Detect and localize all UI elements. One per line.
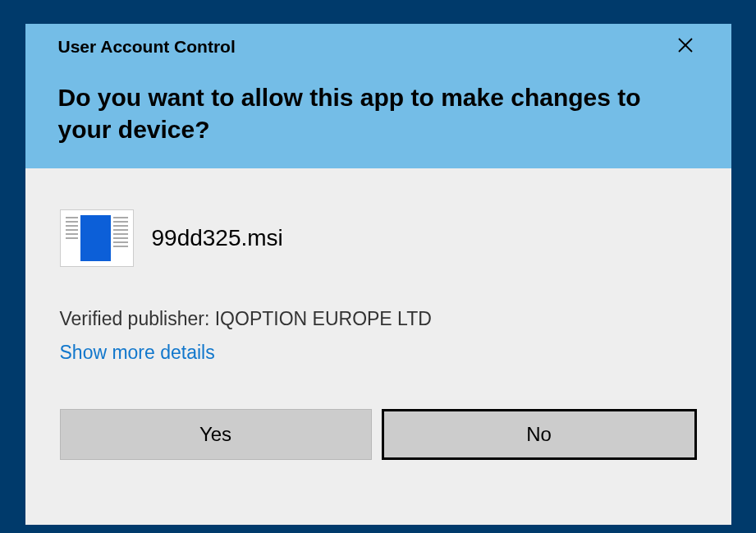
publisher-info: Verified publisher: IQOPTION EUROPE LTD bbox=[60, 308, 697, 330]
button-row: Yes No bbox=[60, 409, 697, 460]
publisher-label: Verified publisher: bbox=[60, 308, 215, 329]
dialog-body: 99dd325.msi Verified publisher: IQOPTION… bbox=[25, 168, 731, 485]
close-icon bbox=[677, 37, 694, 53]
show-more-details-link[interactable]: Show more details bbox=[60, 342, 215, 364]
installer-icon bbox=[60, 209, 134, 267]
close-button[interactable] bbox=[672, 35, 699, 58]
dialog-question: Do you want to allow this app to make ch… bbox=[58, 81, 699, 145]
app-filename: 99dd325.msi bbox=[152, 225, 283, 251]
publisher-name: IQOPTION EUROPE LTD bbox=[215, 308, 432, 329]
uac-dialog: User Account Control Do you want to allo… bbox=[25, 24, 731, 525]
dialog-header: User Account Control Do you want to allo… bbox=[25, 24, 731, 168]
app-info-row: 99dd325.msi bbox=[60, 209, 697, 267]
yes-button[interactable]: Yes bbox=[60, 409, 372, 460]
no-button[interactable]: No bbox=[382, 409, 697, 460]
title-row: User Account Control bbox=[58, 35, 699, 58]
dialog-title: User Account Control bbox=[58, 37, 236, 57]
